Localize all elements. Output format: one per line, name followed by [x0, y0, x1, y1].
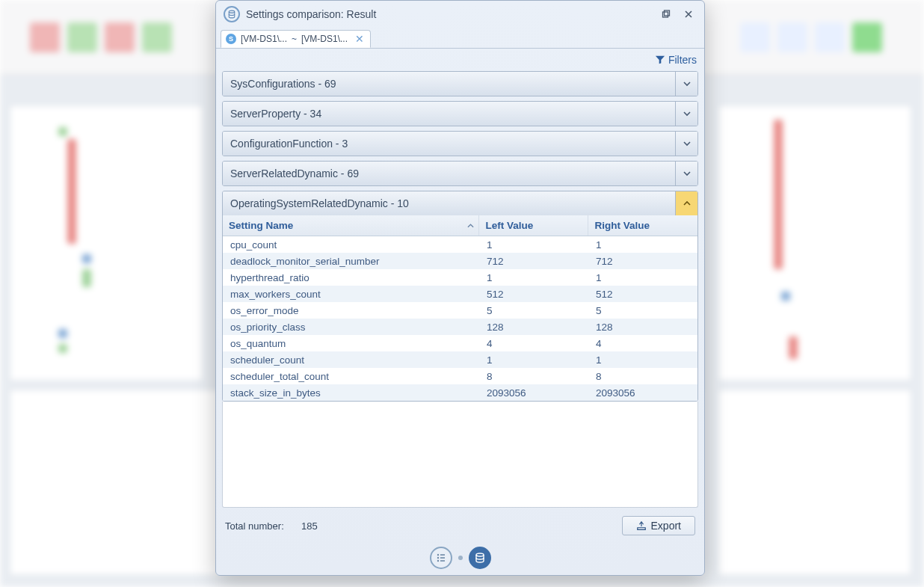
- cell-right-value: 1: [588, 269, 697, 286]
- cell-setting-name: os_quantum: [223, 335, 479, 351]
- cell-left-value: 5: [479, 302, 588, 319]
- database-icon: [224, 6, 240, 22]
- group-header-osrelateddynamic[interactable]: OperatingSystemRelatedDynamic - 10: [223, 191, 697, 215]
- cell-right-value: 712: [588, 253, 697, 269]
- filters-button[interactable]: Filters: [655, 54, 697, 66]
- cell-setting-name: max_workers_count: [223, 286, 479, 302]
- cell-right-value: 4: [588, 335, 697, 351]
- filters-label: Filters: [668, 54, 697, 66]
- cell-left-value: 1: [479, 236, 588, 253]
- chevron-down-icon: [683, 110, 691, 117]
- chevron-down-icon: [683, 80, 691, 87]
- table-row[interactable]: cpu_count11: [223, 236, 697, 253]
- source-icon: S: [226, 34, 236, 44]
- list-view-icon[interactable]: [430, 547, 452, 569]
- cell-left-value: 512: [479, 286, 588, 302]
- group-count: 69: [347, 168, 359, 179]
- tab-separator: ~: [292, 34, 297, 44]
- cell-left-value: 1: [479, 269, 588, 286]
- group-serverproperty: ServerProperty - 34: [222, 101, 698, 126]
- expand-toggle[interactable]: [675, 132, 697, 156]
- expand-toggle[interactable]: [675, 102, 697, 126]
- export-label: Export: [651, 520, 681, 532]
- filter-bar: Filters: [216, 49, 704, 71]
- cell-right-value: 128: [588, 319, 697, 335]
- table-row[interactable]: max_workers_count512512: [223, 286, 697, 302]
- group-header-serverrelateddynamic[interactable]: ServerRelatedDynamic - 69: [223, 162, 697, 185]
- svg-point-4: [437, 554, 438, 556]
- database-view-icon[interactable]: [469, 547, 491, 569]
- cell-left-value: 2093056: [479, 384, 588, 401]
- collapse-toggle[interactable]: [675, 191, 697, 215]
- cell-left-value: 1: [479, 351, 588, 368]
- view-separator-dot: [458, 556, 463, 560]
- svg-rect-5: [440, 554, 445, 556]
- cell-setting-name: stack_size_in_bytes: [223, 384, 479, 401]
- table-row[interactable]: os_quantum44: [223, 335, 697, 351]
- group-header-configurationfunction[interactable]: ConfigurationFunction - 3: [223, 132, 697, 156]
- close-tab-icon[interactable]: ✕: [355, 33, 364, 45]
- export-button[interactable]: Export: [622, 516, 695, 535]
- table-row[interactable]: stack_size_in_bytes20930562093056: [223, 384, 697, 401]
- cell-right-value: 1: [588, 351, 697, 368]
- table-row[interactable]: hyperthread_ratio11: [223, 269, 697, 286]
- expand-toggle[interactable]: [675, 162, 697, 185]
- group-name: OperatingSystemRelatedDynamic: [230, 197, 388, 209]
- restore-button[interactable]: [658, 7, 674, 21]
- group-count: 3: [342, 138, 348, 150]
- table-row[interactable]: scheduler_total_count88: [223, 368, 697, 384]
- cell-setting-name: os_priority_class: [223, 319, 479, 335]
- content-area: SysConfigurations - 69 ServerProperty - …: [222, 71, 698, 508]
- settings-comparison-dialog: Settings comparison: Result S [VM-DS1\..…: [215, 0, 705, 576]
- group-name: SysConfigurations: [230, 78, 315, 90]
- export-icon: [636, 520, 647, 531]
- settings-table: Setting Name Left Value Right Value cpu_…: [223, 215, 697, 401]
- chevron-down-icon: [683, 170, 691, 177]
- group-count: 34: [310, 108, 322, 120]
- cell-right-value: 8: [588, 368, 697, 384]
- cell-right-value: 512: [588, 286, 697, 302]
- svg-rect-9: [440, 560, 445, 562]
- svg-point-8: [437, 560, 438, 562]
- cell-left-value: 8: [479, 368, 588, 384]
- group-count: 69: [324, 78, 336, 90]
- col-left-value[interactable]: Left Value: [479, 215, 588, 236]
- window-title: Settings comparison: Result: [246, 8, 652, 20]
- total-value: 185: [301, 520, 318, 532]
- expand-toggle[interactable]: [675, 72, 697, 96]
- cell-setting-name: scheduler_count: [223, 351, 479, 368]
- empty-space: [222, 402, 698, 508]
- close-button[interactable]: [680, 7, 697, 21]
- svg-rect-7: [440, 557, 445, 559]
- table-row[interactable]: scheduler_count11: [223, 351, 697, 368]
- cell-right-value: 2093056: [588, 384, 697, 401]
- bottom-bar: Total number: 185 Export: [216, 511, 704, 541]
- tab-left-source: [VM-DS1\...: [241, 34, 287, 44]
- cell-right-value: 1: [588, 236, 697, 253]
- table-row[interactable]: deadlock_monitor_serial_number712712: [223, 253, 697, 269]
- cell-setting-name: hyperthread_ratio: [223, 269, 479, 286]
- group-osrelateddynamic: OperatingSystemRelatedDynamic - 10 Setti…: [222, 191, 698, 402]
- titlebar: Settings comparison: Result: [216, 1, 704, 28]
- comparison-tab[interactable]: S [VM-DS1\... ~ [VM-DS1\... ✕: [221, 30, 371, 48]
- col-setting-name[interactable]: Setting Name: [223, 215, 479, 236]
- svg-rect-3: [637, 528, 645, 530]
- cell-left-value: 128: [479, 319, 588, 335]
- cell-left-value: 712: [479, 253, 588, 269]
- group-count: 10: [397, 197, 409, 209]
- cell-left-value: 4: [479, 335, 588, 351]
- cell-setting-name: os_error_mode: [223, 302, 479, 319]
- group-header-sysconfigurations[interactable]: SysConfigurations - 69: [223, 72, 697, 96]
- group-sysconfigurations: SysConfigurations - 69: [222, 71, 698, 96]
- chevron-up-icon: [683, 200, 691, 207]
- cell-right-value: 5: [588, 302, 697, 319]
- tabstrip: S [VM-DS1\... ~ [VM-DS1\... ✕: [216, 28, 704, 49]
- table-row[interactable]: os_priority_class128128: [223, 319, 697, 335]
- filter-icon: [655, 55, 665, 65]
- table-row[interactable]: os_error_mode55: [223, 302, 697, 319]
- group-header-serverproperty[interactable]: ServerProperty - 34: [223, 102, 697, 126]
- col-right-value[interactable]: Right Value: [588, 215, 697, 236]
- group-name: ServerProperty: [230, 108, 301, 120]
- group-name: ServerRelatedDynamic: [230, 168, 338, 179]
- svg-point-10: [476, 553, 484, 556]
